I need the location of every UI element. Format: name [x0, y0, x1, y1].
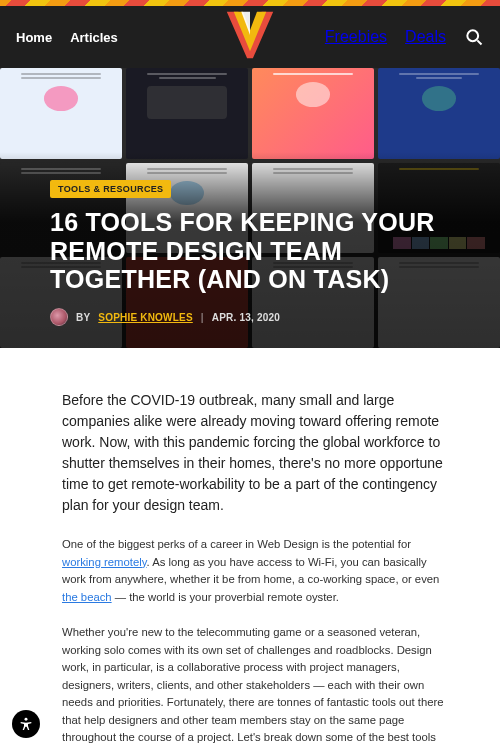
nav-freebies[interactable]: Freebies: [325, 28, 387, 46]
nav-deals[interactable]: Deals: [405, 28, 446, 46]
article-title: 16 TOOLS FOR KEEPING YOUR REMOTE DESIGN …: [50, 208, 470, 294]
by-label: BY: [76, 312, 90, 323]
paragraph-3: Whether you're new to the telecommuting …: [62, 624, 444, 750]
site-logo[interactable]: [221, 6, 279, 64]
nav-home[interactable]: Home: [16, 30, 52, 45]
author-link[interactable]: SOPHIE KNOWLES: [98, 312, 192, 323]
accessibility-icon: [18, 716, 34, 732]
svg-point-3: [467, 30, 478, 41]
site-header: Home Articles Freebies Deals: [0, 6, 500, 68]
nav-left: Home Articles: [16, 30, 118, 45]
category-badge[interactable]: TOOLS & RESOURCES: [50, 180, 171, 198]
search-icon[interactable]: [464, 27, 484, 47]
link-working-remotely[interactable]: working remotely: [62, 556, 147, 568]
nav-right: Freebies Deals: [325, 27, 484, 47]
svg-line-4: [477, 40, 481, 44]
article-body: Before the COVID-19 outbreak, many small…: [0, 348, 500, 750]
publish-date: APR. 13, 2020: [212, 312, 280, 323]
author-avatar: [50, 308, 68, 326]
p3-text-a: Whether you're new to the telecommuting …: [62, 626, 444, 750]
hero: TOOLS & RESOURCES 16 TOOLS FOR KEEPING Y…: [0, 68, 500, 348]
nav-articles[interactable]: Articles: [70, 30, 118, 45]
accessibility-button[interactable]: [12, 710, 40, 738]
byline: BY SOPHIE KNOWLES | APR. 13, 2020: [50, 308, 470, 326]
link-the-beach[interactable]: the beach: [62, 591, 112, 603]
svg-point-5: [25, 718, 28, 721]
lead-paragraph: Before the COVID-19 outbreak, many small…: [62, 390, 444, 516]
hero-content: TOOLS & RESOURCES 16 TOOLS FOR KEEPING Y…: [50, 178, 470, 326]
byline-separator: |: [201, 312, 204, 323]
p2-text-c: — the world is your proverbial remote oy…: [112, 591, 339, 603]
paragraph-2: One of the biggest perks of a career in …: [62, 536, 444, 606]
p2-text-a: One of the biggest perks of a career in …: [62, 538, 411, 550]
